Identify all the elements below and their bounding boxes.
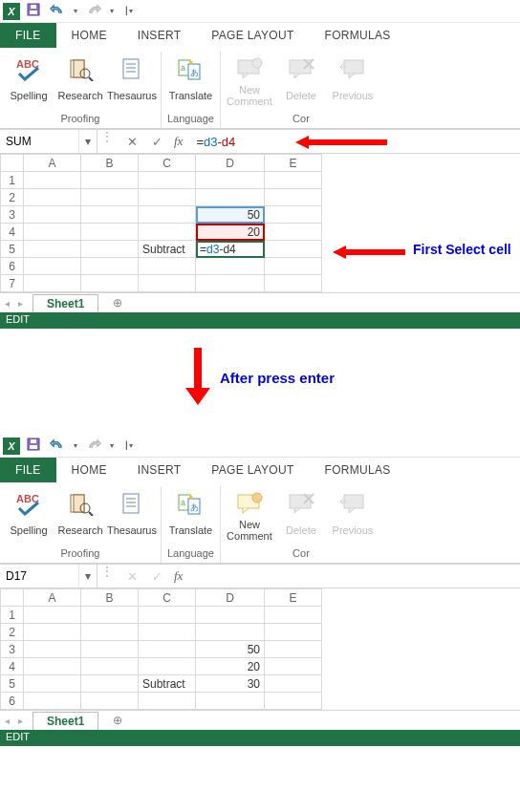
save-button[interactable] [23, 436, 44, 457]
col-header-b[interactable]: B [81, 155, 139, 172]
cell[interactable] [196, 172, 265, 189]
cell[interactable] [81, 172, 139, 189]
name-box[interactable]: ▾ [0, 130, 98, 153]
tab-page-layout[interactable]: PAGE LAYOUT [196, 458, 309, 482]
redo-dropdown[interactable]: ▾ [107, 7, 117, 15]
row-header-3[interactable]: 3 [1, 206, 24, 224]
undo-dropdown[interactable]: ▾ [71, 441, 80, 450]
name-box[interactable]: ▾ [0, 565, 98, 588]
col-header-c[interactable]: C [139, 155, 196, 172]
cell[interactable] [265, 675, 322, 693]
thesaurus-button[interactable]: Thesaurus [109, 53, 155, 109]
cell[interactable] [265, 624, 322, 641]
col-header-a[interactable]: A [24, 155, 81, 172]
cell[interactable] [139, 206, 196, 224]
cell-d3[interactable]: 50 [196, 206, 265, 224]
cell[interactable] [24, 224, 81, 241]
cell[interactable] [81, 693, 139, 710]
cell[interactable] [139, 224, 196, 241]
name-box-input[interactable] [0, 569, 78, 583]
undo-button[interactable] [47, 1, 68, 22]
cell[interactable] [196, 258, 265, 275]
cell[interactable] [81, 258, 139, 275]
row-header-6[interactable]: 6 [1, 693, 24, 710]
cell[interactable] [24, 693, 81, 710]
cell[interactable] [139, 658, 196, 675]
cell-d5[interactable]: 30 [196, 675, 265, 693]
cell[interactable] [196, 275, 265, 292]
cell[interactable] [265, 189, 322, 206]
undo-button[interactable] [47, 436, 68, 457]
save-button[interactable] [23, 1, 44, 22]
row-header-1[interactable]: 1 [1, 607, 24, 624]
worksheet-grid[interactable]: A B C D E 1 2 350 420 5Subtract30 6 [0, 588, 520, 710]
redo-button[interactable] [83, 436, 104, 457]
col-header-b[interactable]: B [81, 589, 139, 607]
translate-button[interactable]: aあ Translate [167, 53, 213, 109]
redo-button[interactable] [83, 1, 104, 22]
cell[interactable] [139, 172, 196, 189]
cell[interactable] [24, 206, 81, 224]
cell[interactable] [139, 275, 196, 292]
cell[interactable] [139, 189, 196, 206]
cell[interactable] [24, 641, 81, 658]
enter-formula-icon[interactable]: ✓ [149, 135, 164, 149]
tab-file[interactable]: FILE [0, 458, 56, 482]
cell[interactable] [81, 224, 139, 241]
tab-home[interactable]: HOME [56, 458, 122, 482]
formula-input[interactable] [190, 565, 520, 588]
tab-page-layout[interactable]: PAGE LAYOUT [196, 23, 309, 48]
cell-d3[interactable]: 50 [196, 641, 265, 658]
cell[interactable] [24, 189, 81, 206]
cell[interactable] [24, 258, 81, 275]
cancel-formula-icon[interactable]: ✕ [124, 135, 140, 149]
row-header-7[interactable]: 7 [1, 275, 24, 292]
formula-bar-handle[interactable]: ⋮ [98, 130, 117, 153]
cell-d4[interactable]: 20 [196, 224, 265, 241]
cell[interactable] [24, 275, 81, 292]
qat-customize-dropdown[interactable]: ┃▾ [123, 441, 133, 450]
col-header-e[interactable]: E [265, 589, 322, 607]
cell[interactable] [139, 641, 196, 658]
cell[interactable] [265, 241, 322, 258]
insert-function-icon[interactable]: fx [174, 134, 183, 149]
tab-insert[interactable]: INSERT [122, 458, 197, 482]
row-header-5[interactable]: 5 [1, 241, 24, 258]
tab-home[interactable]: HOME [56, 23, 122, 48]
spelling-button[interactable]: ABC Spelling [6, 53, 52, 109]
row-header-5[interactable]: 5 [1, 675, 24, 693]
tab-scroll-left[interactable]: ◂ [0, 298, 13, 309]
row-header-2[interactable]: 2 [1, 189, 24, 206]
cell[interactable] [139, 258, 196, 275]
sheet-tab-1[interactable]: Sheet1 [32, 712, 98, 730]
cell-c5[interactable]: Subtract [139, 241, 196, 258]
cell[interactable] [139, 624, 196, 641]
worksheet-grid[interactable]: A B C D E 1 2 350 420 5Subtract =d3-d4 6… [0, 154, 520, 292]
cell[interactable] [81, 189, 139, 206]
row-header-1[interactable]: 1 [1, 172, 24, 189]
name-box-dropdown[interactable]: ▾ [78, 565, 96, 588]
cell[interactable] [24, 624, 81, 641]
spelling-button[interactable]: ABCSpelling [6, 488, 52, 544]
new-comment-button[interactable]: New Comment [227, 53, 272, 109]
cell[interactable] [81, 675, 139, 693]
select-all-corner[interactable] [1, 589, 24, 607]
cell[interactable] [81, 641, 139, 658]
row-header-4[interactable]: 4 [1, 658, 24, 675]
col-header-a[interactable]: A [24, 589, 81, 607]
cell-c5[interactable]: Subtract [139, 675, 196, 693]
cell[interactable] [196, 607, 265, 624]
research-button[interactable]: Research [57, 488, 103, 544]
cell[interactable] [24, 658, 81, 675]
cell[interactable] [81, 241, 139, 258]
cell[interactable] [265, 275, 322, 292]
cell[interactable] [81, 607, 139, 624]
tab-scroll-right[interactable]: ▸ [13, 298, 27, 309]
cell[interactable] [265, 607, 322, 624]
thesaurus-button[interactable]: Thesaurus [109, 488, 155, 544]
undo-dropdown[interactable]: ▾ [71, 7, 80, 15]
cell[interactable] [265, 658, 322, 675]
col-header-d[interactable]: D [196, 589, 265, 607]
row-header-4[interactable]: 4 [1, 224, 24, 241]
cell[interactable] [24, 607, 81, 624]
